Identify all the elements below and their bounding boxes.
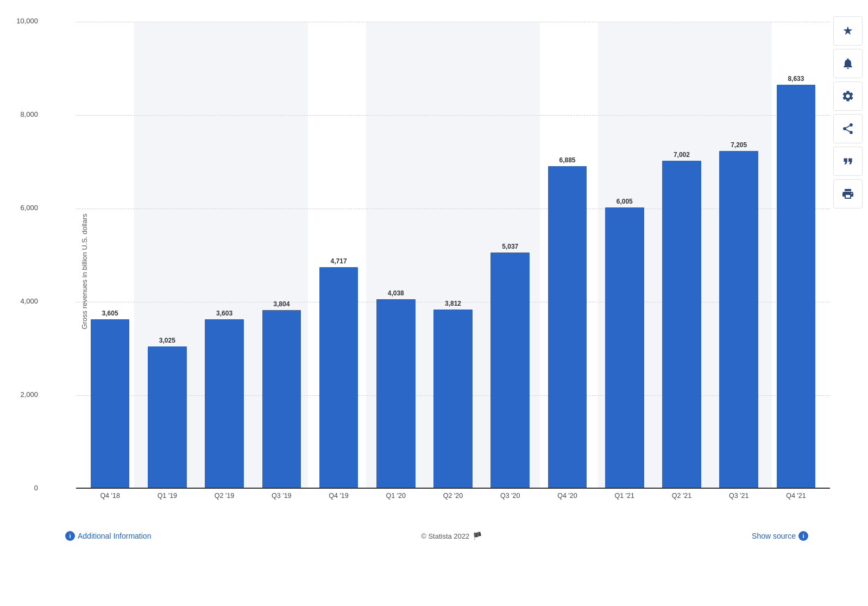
bar-value-label: 3,603	[216, 310, 232, 317]
bar-group: 4,038	[367, 289, 424, 488]
x-axis-label: Q3 '19	[253, 492, 310, 500]
additional-info-label: Additional Information	[78, 532, 151, 540]
bar	[205, 319, 244, 488]
x-axis-label: Q1 '19	[139, 492, 196, 500]
bar	[548, 166, 587, 488]
share-button[interactable]	[833, 114, 863, 143]
chart-container: ★ Gross revenues in billion U.S. dollars…	[0, 0, 868, 606]
info-icon: i	[65, 531, 75, 541]
bar	[605, 207, 644, 488]
flag-icon: 🏴	[473, 532, 482, 540]
x-axis-label: Q4 '20	[539, 492, 596, 500]
bar-group: 7,205	[710, 141, 768, 488]
x-axis-label: Q3 '21	[710, 492, 768, 500]
statista-credit: © Statista 2022 🏴	[421, 532, 482, 540]
bar-value-label: 3,812	[445, 300, 461, 307]
print-button[interactable]	[833, 179, 863, 209]
bar-value-label: 3,025	[159, 337, 175, 344]
bar-group: 6,005	[596, 198, 653, 488]
bar-group: 3,025	[139, 337, 196, 488]
bar-group: 6,885	[539, 156, 596, 488]
bar	[490, 252, 530, 488]
show-source-link[interactable]: Show source i	[752, 531, 808, 541]
show-source-label: Show source	[752, 532, 796, 540]
bar-group: 8,633	[768, 75, 825, 488]
bar-value-label: 4,038	[388, 289, 404, 297]
x-axis-label: Q2 '21	[653, 492, 710, 500]
bar-value-label: 3,804	[273, 300, 290, 308]
chart-area: Gross revenues in billion U.S. dollars 1…	[76, 22, 830, 521]
y-tick-label: 0	[5, 484, 38, 492]
y-tick-label: 2,000	[5, 390, 38, 399]
x-axis-label: Q4 '19	[310, 492, 367, 500]
x-axis-label: Q1 '21	[596, 492, 653, 500]
y-tick-label: 4,000	[5, 297, 38, 305]
y-tick-label: 6,000	[5, 204, 38, 212]
cite-button[interactable]	[833, 147, 863, 176]
bar-group: 3,812	[424, 300, 481, 488]
bar-value-label: 4,717	[331, 257, 347, 265]
y-tick-label: 10,000	[5, 17, 38, 25]
x-axis-label: Q3 '20	[482, 492, 539, 500]
chart-footer: i Additional Information © Statista 2022…	[60, 531, 814, 541]
bar	[433, 310, 473, 488]
bar-value-label: 3,605	[102, 310, 118, 317]
bar-group: 7,002	[653, 151, 710, 488]
bar	[262, 310, 301, 488]
x-axis-label: Q4 '18	[81, 492, 139, 500]
bar	[719, 151, 758, 488]
bar-value-label: 7,002	[674, 151, 690, 159]
source-info-icon: i	[798, 531, 808, 541]
bar-group: 5,037	[482, 243, 539, 488]
x-axis-label: Q4 '21	[768, 492, 825, 500]
favorite-button[interactable]: ★	[833, 16, 863, 46]
bar-value-label: 7,205	[731, 141, 747, 149]
bar-group: 4,717	[310, 257, 367, 488]
bar	[662, 161, 701, 488]
x-axis-label: Q2 '20	[424, 492, 481, 500]
settings-button[interactable]	[833, 81, 863, 111]
bar	[319, 267, 358, 488]
sidebar-icons: ★	[833, 16, 863, 209]
bar-value-label: 6,885	[559, 156, 575, 164]
x-axis-label: Q2 '19	[196, 492, 253, 500]
alert-button[interactable]	[833, 49, 863, 78]
bar	[376, 299, 416, 488]
bar	[91, 319, 130, 488]
bar-group: 3,605	[81, 310, 139, 488]
y-tick-label: 8,000	[5, 110, 38, 118]
bar	[148, 346, 187, 488]
bar-group: 3,603	[196, 310, 253, 488]
bar-value-label: 8,633	[788, 75, 804, 83]
x-axis-label: Q1 '20	[367, 492, 424, 500]
bar-value-label: 6,005	[617, 198, 633, 205]
x-axis: Q4 '18Q1 '19Q2 '19Q3 '19Q4 '19Q1 '20Q2 '…	[76, 492, 830, 500]
bar-group: 3,804	[253, 300, 310, 488]
chart-inner: 10,0008,0006,0004,0002,00003,6053,0253,6…	[76, 22, 830, 489]
additional-info-link[interactable]: i Additional Information	[65, 531, 151, 541]
bars-wrapper: 3,6053,0253,6033,8044,7174,0383,8125,037…	[76, 22, 830, 488]
bar	[777, 85, 816, 488]
bar-value-label: 5,037	[502, 243, 518, 250]
